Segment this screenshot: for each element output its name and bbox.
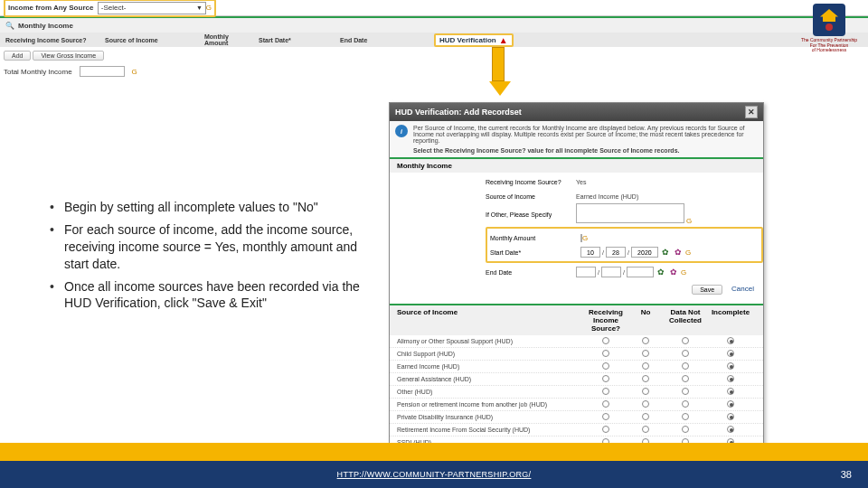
- footer-gold-bar: [0, 443, 868, 461]
- radio-dnc[interactable]: [665, 362, 705, 371]
- g-link-2[interactable]: G: [132, 68, 137, 76]
- search-icon: 🔍: [5, 22, 14, 30]
- instruction-item: For each source of income, add the incom…: [50, 221, 375, 273]
- g-link[interactable]: G: [206, 4, 212, 12]
- footer-link[interactable]: HTTP://WWW.COMMUNITY-PARTNERSHIP.ORG/: [337, 470, 532, 479]
- modal-section-header: Monthly Income: [390, 157, 763, 173]
- radio-no[interactable]: [626, 426, 665, 434]
- field-value: Yes: [576, 179, 763, 185]
- radio-yes[interactable]: [586, 388, 626, 396]
- source-name: Private Disability Insurance (HUD): [397, 414, 586, 420]
- footer-bar: HTTP://WWW.COMMUNITY-PARTNERSHIP.ORG/ 38: [0, 461, 868, 488]
- calendar-icon[interactable]: ✿: [656, 267, 666, 277]
- end-day-input[interactable]: [601, 267, 621, 277]
- source-row: Earned Income (HUD): [390, 361, 763, 373]
- g-link[interactable]: G: [686, 217, 692, 225]
- total-input[interactable]: [80, 66, 125, 77]
- radio-no[interactable]: [626, 388, 665, 396]
- cancel-link[interactable]: Cancel: [731, 285, 754, 295]
- end-month-input[interactable]: [576, 267, 596, 277]
- g-link[interactable]: G: [582, 234, 588, 242]
- page-number: 38: [841, 469, 852, 480]
- source-row: Alimony or Other Spousal Support (HUD): [390, 335, 763, 348]
- field-label: Receiving Income Source?: [486, 179, 576, 185]
- source-table-header: Source of Income Receiving Income Source…: [390, 304, 763, 335]
- radio-yes[interactable]: [586, 413, 626, 421]
- field-label: If Other, Please Specify: [486, 211, 576, 218]
- source-name: Earned Income (HUD): [397, 363, 586, 370]
- radio-yes[interactable]: [586, 375, 626, 383]
- info-icon: i: [395, 125, 408, 137]
- radio-incomplete[interactable]: [705, 400, 756, 408]
- hud-verification-badge[interactable]: HUD Verification ▲: [434, 33, 514, 47]
- g-link[interactable]: G: [685, 249, 691, 257]
- radio-dnc[interactable]: [665, 400, 705, 408]
- radio-no[interactable]: [626, 350, 665, 358]
- modal-info-text: Per Source of Income, the current record…: [413, 125, 758, 144]
- radio-incomplete[interactable]: [705, 413, 756, 421]
- income-label: Income from Any Source: [8, 4, 93, 12]
- source-row: Private Disability Insurance (HUD): [390, 411, 763, 424]
- radio-yes[interactable]: [586, 350, 626, 358]
- radio-yes[interactable]: [586, 426, 626, 434]
- radio-incomplete[interactable]: [705, 362, 756, 371]
- radio-incomplete[interactable]: [705, 426, 756, 434]
- radio-dnc[interactable]: [665, 337, 705, 345]
- radio-incomplete[interactable]: [705, 375, 756, 383]
- source-name: Child Support (HUD): [397, 351, 586, 357]
- field-value: Earned Income (HUD): [576, 193, 763, 200]
- arrow-callout: [489, 47, 507, 97]
- radio-no[interactable]: [626, 375, 665, 383]
- source-name: Retirement Income From Social Security (…: [397, 427, 586, 433]
- radio-dnc[interactable]: [665, 350, 705, 358]
- radio-dnc[interactable]: [665, 413, 705, 421]
- instruction-item: Once all income sources have been record…: [50, 278, 375, 313]
- close-icon[interactable]: ✕: [745, 106, 758, 118]
- radio-incomplete[interactable]: [705, 350, 756, 358]
- radio-dnc[interactable]: [665, 426, 705, 434]
- radio-yes[interactable]: [586, 400, 626, 408]
- source-name: Pension or retirement income from anothe…: [397, 401, 586, 408]
- radio-no[interactable]: [626, 362, 665, 371]
- g-link[interactable]: G: [681, 268, 686, 277]
- source-row: Pension or retirement income from anothe…: [390, 399, 763, 411]
- start-month-input[interactable]: [580, 247, 600, 258]
- instruction-item: Begin by setting all incomplete values t…: [50, 199, 375, 216]
- radio-no[interactable]: [626, 400, 665, 408]
- instructions-list: Begin by setting all incomplete values t…: [50, 199, 375, 317]
- source-row: Child Support (HUD): [390, 348, 763, 361]
- other-textarea[interactable]: [576, 203, 684, 223]
- warning-icon: ▲: [499, 35, 508, 45]
- hud-verification-modal: HUD Verification: Add Recordset ✕ i Per …: [389, 102, 764, 488]
- radio-dnc[interactable]: [665, 388, 705, 396]
- start-year-input[interactable]: [631, 247, 658, 258]
- radio-yes[interactable]: [586, 362, 626, 371]
- source-name: Other (HUD): [397, 389, 586, 395]
- clear-date-icon[interactable]: ✿: [668, 267, 679, 277]
- radio-no[interactable]: [626, 413, 665, 421]
- source-name: Alimony or Other Spousal Support (HUD): [397, 338, 586, 344]
- radio-dnc[interactable]: [665, 375, 705, 383]
- source-row: Other (HUD): [390, 386, 763, 399]
- radio-no[interactable]: [626, 337, 665, 345]
- radio-incomplete[interactable]: [705, 337, 756, 345]
- add-button[interactable]: Add: [4, 51, 31, 61]
- field-label: Source of Income: [486, 193, 576, 200]
- start-day-input[interactable]: [606, 247, 626, 258]
- clear-date-icon[interactable]: ✿: [673, 247, 684, 258]
- total-label: Total Monthly Income: [4, 68, 72, 76]
- modal-titlebar: HUD Verification: Add Recordset ✕: [390, 103, 763, 121]
- source-name: General Assistance (HUD): [397, 376, 586, 382]
- field-label: Monthly Amount: [490, 235, 580, 241]
- income-select[interactable]: -Select-▼: [98, 2, 206, 14]
- calendar-icon[interactable]: ✿: [660, 247, 671, 258]
- view-gross-button[interactable]: View Gross Income: [33, 51, 104, 61]
- radio-incomplete[interactable]: [705, 388, 756, 396]
- source-row: General Assistance (HUD): [390, 373, 763, 386]
- save-button[interactable]: Save: [692, 285, 722, 295]
- field-label: End Date: [486, 269, 576, 276]
- end-year-input[interactable]: [627, 267, 654, 277]
- monthly-income-header: 🔍 Monthly Income: [0, 16, 868, 33]
- radio-yes[interactable]: [586, 337, 626, 345]
- modal-info-text2: Select the Receiving Income Source? valu…: [413, 147, 758, 154]
